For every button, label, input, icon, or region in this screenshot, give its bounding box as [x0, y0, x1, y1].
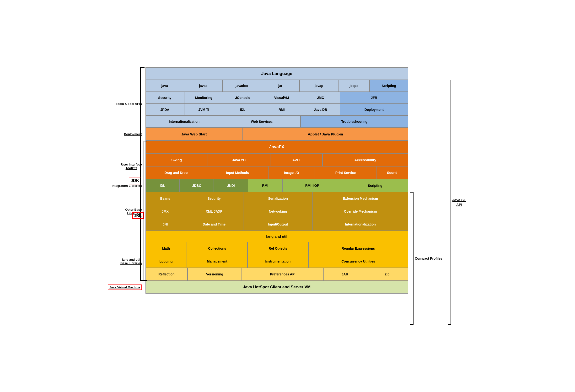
preferences-api-cell: Preferences API	[242, 268, 324, 281]
zip-cell: Zip	[366, 268, 408, 281]
javac-cell: javac	[184, 80, 222, 92]
integration-row: IDL JDBC JNDI RMI RMI-IIOP Scripting	[145, 179, 408, 192]
jvmti-cell: JVM TI	[184, 104, 223, 116]
tools-row4: Internationalization Web Services Troubl…	[145, 116, 408, 127]
monitoring-cell: Monitoring	[184, 92, 223, 104]
jar-cell: jar	[261, 80, 300, 92]
awt-cell: AWT	[270, 153, 322, 166]
jconsole-cell: JConsole	[223, 92, 262, 104]
input-methods-cell: Input Methods	[207, 166, 268, 179]
xml-jaxp-cell: XML JAXP	[185, 205, 243, 218]
tools-row1: java javac javadoc jar javap jdeps Scrip…	[145, 80, 408, 92]
deployment-tools-cell: Deployment	[340, 104, 408, 116]
idl-tools-cell: IDL	[223, 104, 262, 116]
jni-cell: JNI	[145, 218, 185, 231]
jdk-badge: JDK	[129, 177, 141, 184]
jdk-label-container: JDK	[129, 177, 143, 184]
rmi-tools-cell: RMI	[262, 104, 301, 116]
jmx-cell: JMX	[145, 205, 185, 218]
ui-row1: Swing Java 2D AWT Accessibility	[145, 153, 408, 166]
instrumentation-cell: Instrumentation	[247, 255, 308, 268]
rmi-int-cell: RMI	[248, 179, 282, 192]
print-service-cell: Print Service	[315, 166, 376, 179]
logging-cell: Logging	[145, 255, 187, 268]
jvm-label[interactable]: Java Virtual Machine	[108, 285, 142, 290]
math-cell: Math	[145, 242, 187, 255]
jar-cell2: JAR	[324, 268, 366, 281]
other-base-row2: JMX XML JAXP Networking Override Mechani…	[145, 205, 408, 218]
collections-cell: Collections	[187, 242, 248, 255]
ui-toolkits-label: User InterfaceToolkits	[121, 163, 142, 170]
sound-cell: Sound	[376, 166, 408, 179]
lang-util-row3: Reflection Versioning Preferences API JA…	[145, 268, 408, 281]
image-io-cell: Image I/O	[268, 166, 315, 179]
javadoc-cell: javadoc	[222, 80, 261, 92]
lang-util-row2: Logging Management Instrumentation Concu…	[145, 255, 408, 268]
security-base-cell: Security	[185, 192, 243, 205]
scripting-int-cell: Scripting	[342, 179, 408, 192]
jndi-cell: JNDI	[214, 179, 248, 192]
jre-label-container: JRE	[132, 212, 145, 219]
visualvm-cell: VisualVM	[262, 92, 301, 104]
applet-cell: Applet / Java Plug-in	[243, 127, 408, 141]
deployment-label: Deployment	[124, 132, 142, 136]
regex-cell: Regular Expressions	[308, 242, 408, 255]
jre-badge: JRE	[132, 212, 144, 219]
java-se-api-label: Java SEAPI	[453, 197, 466, 207]
deployment-row: Java Web Start Applet / Java Plug-in	[145, 127, 408, 141]
scripting-tools-cell: Scripting	[370, 80, 408, 92]
serialization-cell: Serialization	[243, 192, 313, 205]
rmi-iiop-cell: RMI-IIOP	[282, 179, 342, 192]
reflection-cell: Reflection	[145, 268, 188, 281]
jvm-cell: Java HotSpot Client and Server VM	[145, 281, 408, 294]
javafx-row: JavaFX	[145, 141, 408, 153]
troubleshooting-cell: Troubleshooting	[301, 116, 408, 127]
java-web-start-cell: Java Web Start	[145, 127, 243, 141]
override-mech-cell: Override Mechanism	[313, 205, 408, 218]
io-cell: Input/Output	[243, 218, 313, 231]
tools-label: Tools & Tool APIs	[116, 102, 142, 106]
compact-profiles-bracket-right	[410, 192, 413, 325]
idl-int-cell: IDL	[145, 179, 180, 192]
tools-row3: JPDA JVM TI IDL RMI Java DB Deployment	[145, 104, 408, 116]
internationalization-tools-cell: Internationalization	[145, 116, 223, 127]
java2d-cell: Java 2D	[208, 153, 270, 166]
management-cell: Management	[187, 255, 248, 268]
jpda-cell: JPDA	[145, 104, 184, 116]
dnd-cell: Drag and Drop	[145, 166, 207, 179]
jmc-cell: JMC	[301, 92, 340, 104]
jdeps-cell: jdeps	[338, 80, 370, 92]
ui-row2: Drag and Drop Input Methods Image I/O Pr…	[145, 166, 408, 179]
javap-cell: javap	[300, 80, 338, 92]
other-base-row3: JNI Date and Time Input/Output Internati…	[145, 218, 408, 231]
integration-label: Integration Libraries	[112, 184, 142, 188]
lang-util-bar-cell: lang and util	[145, 231, 408, 242]
web-services-cell: Web Services	[223, 116, 301, 127]
concurrency-cell: Concurrency Utilities	[308, 255, 408, 268]
jfr-cell: JFR	[340, 92, 408, 104]
accessibility-cell: Accessibility	[322, 153, 408, 166]
java-language-row: Java Language	[145, 67, 408, 80]
javafx-cell: JavaFX	[145, 141, 408, 153]
tools-row2: Security Monitoring JConsole VisualVM JM…	[145, 92, 408, 104]
jvm-row: Java HotSpot Client and Server VM	[145, 281, 408, 294]
swing-cell: Swing	[145, 153, 208, 166]
intl-base-cell: Internationalization	[313, 218, 408, 231]
beans-cell: Beans	[145, 192, 185, 205]
lang-util-label: lang and utilBase Libraries	[120, 258, 142, 265]
ref-objects-cell: Ref Objects	[247, 242, 308, 255]
jdbc-cell: JDBC	[180, 179, 214, 192]
java-cell: java	[145, 80, 184, 92]
security-tools-cell: Security	[145, 92, 184, 104]
lang-util-row1: Math Collections Ref Objects Regular Exp…	[145, 242, 408, 255]
lang-util-bar-row: lang and util	[145, 231, 408, 242]
jre-bracket-left	[144, 141, 147, 281]
javadb-cell: Java DB	[301, 104, 340, 116]
java-language-cell: Java Language	[145, 67, 408, 80]
networking-cell: Networking	[243, 205, 313, 218]
extension-mech-cell: Extension Mechanism	[313, 192, 408, 205]
date-time-cell: Date and Time	[185, 218, 243, 231]
compact-profiles-label: Compact Profiles	[415, 257, 442, 260]
versioning-cell: Versioning	[188, 268, 242, 281]
other-base-row1: Beans Security Serialization Extension M…	[145, 192, 408, 205]
